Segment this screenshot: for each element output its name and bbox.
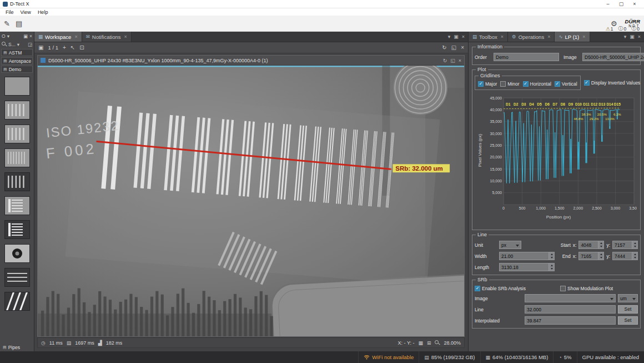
unit-select[interactable]: px xyxy=(499,241,521,249)
tab-operations[interactable]: ⚙ Operations × xyxy=(508,32,555,42)
spinner-buttons[interactable] xyxy=(598,241,603,248)
search-icon[interactable] xyxy=(2,42,7,47)
thumbnail-stripes-dk[interactable] xyxy=(4,268,30,287)
svg-text:D6: D6 xyxy=(545,102,550,106)
chevron-down-icon[interactable]: ▾ xyxy=(17,42,19,47)
image-file-icon xyxy=(41,58,46,63)
width-field[interactable]: 21.00 xyxy=(499,252,555,260)
image-select[interactable]: D5000-HR_500006_UHIP 24x30 #B xyxy=(582,53,644,61)
memory-icon: ▦ xyxy=(486,355,491,360)
maximize-button[interactable]: ▢ xyxy=(615,1,628,7)
srb-line-set-button[interactable]: Set xyxy=(618,305,638,314)
thumbnail-plain[interactable] xyxy=(4,77,30,96)
thumbnail-lines[interactable] xyxy=(4,101,30,120)
tab-toolbox[interactable]: ▤ Toolbox × xyxy=(469,32,508,42)
major-gridlines-checkbox[interactable]: ✓Major xyxy=(478,81,497,87)
order-label: Order xyxy=(475,54,491,60)
image-window-titlebar[interactable]: D5000-HR_500006_UHIP 24x30 #B3E3NU_Yxlon… xyxy=(38,56,464,66)
thumbnail-lines-sm[interactable] xyxy=(4,148,30,167)
srb-image-select[interactable] xyxy=(525,294,616,302)
spinner-buttons[interactable] xyxy=(598,252,603,260)
pin-icon[interactable]: ▣ xyxy=(23,33,28,39)
srb-interpolated-field[interactable]: 39.847 xyxy=(525,316,616,325)
sidebar-header: O ▾ ▣ × xyxy=(0,32,34,40)
zoom-level[interactable]: 28.00% xyxy=(444,340,461,346)
spinner-buttons[interactable] xyxy=(549,263,554,271)
pointer-tool-icon[interactable]: ↖ xyxy=(71,45,75,51)
maximize-view-icon[interactable]: ◱ xyxy=(450,58,455,63)
tab-notifications[interactable]: ✉ Notifications × xyxy=(82,32,132,42)
minimize-button[interactable]: – xyxy=(601,1,615,7)
spinner-buttons[interactable] xyxy=(549,252,554,260)
close-tab-icon[interactable]: × xyxy=(582,34,585,39)
spinner-buttons[interactable] xyxy=(632,252,637,260)
srb-line-field[interactable]: 32.000 xyxy=(525,305,616,314)
tile-view-icon[interactable]: ⊞ xyxy=(427,340,431,346)
sidebar-item-astm[interactable]: ▤ASTM xyxy=(1,49,33,56)
menu-file[interactable]: File xyxy=(2,9,17,15)
select-rect-tool-icon[interactable]: ⊡ xyxy=(79,45,84,51)
close-icon[interactable]: × xyxy=(29,33,32,39)
start-y-field[interactable]: 7157 xyxy=(612,241,638,249)
zoom-icon[interactable] xyxy=(435,340,440,345)
srb-interpolated-set-button[interactable]: Set xyxy=(618,316,638,325)
thumbnail-comb[interactable] xyxy=(4,196,30,215)
pin-icon[interactable]: ▣ xyxy=(630,34,635,39)
thumbnail-lines-dk[interactable] xyxy=(4,172,30,191)
svg-text:D13: D13 xyxy=(598,102,605,106)
refresh-icon[interactable]: ↻ xyxy=(443,58,447,63)
close-tab-icon[interactable]: × xyxy=(124,34,127,39)
order-field[interactable]: Demo xyxy=(494,53,559,61)
sidebar-item-demo[interactable]: ▤Demo xyxy=(1,66,33,73)
menu-help[interactable]: Help xyxy=(34,9,52,15)
report-icon[interactable]: ✎ xyxy=(4,20,10,27)
chevron-down-icon[interactable]: ▾ xyxy=(448,34,451,39)
horizontal-gridlines-checkbox[interactable]: ✓Horizontal xyxy=(523,81,551,87)
close-tab-icon[interactable]: × xyxy=(547,34,550,39)
show-modulation-checkbox[interactable]: Show Modulation Plot xyxy=(560,286,613,291)
close-icon[interactable]: × xyxy=(462,34,465,39)
grid-overlay-icon[interactable]: ▦ xyxy=(418,340,423,346)
export-image-icon[interactable]: ▤ xyxy=(16,20,22,27)
image-viewer[interactable]: ISO 19232 F 002 SRb: 32.000 um xyxy=(38,66,464,336)
menu-view[interactable]: View xyxy=(17,9,34,15)
search-label[interactable]: S... xyxy=(8,42,16,47)
enable-srb-checkbox[interactable]: ✓Enable SRb Analysis xyxy=(475,286,558,291)
notifications-icon: ✉ xyxy=(86,34,90,39)
xray-image[interactable]: ISO 19232 F 002 SRb: 32.000 um xyxy=(38,66,464,336)
close-tab-icon[interactable]: × xyxy=(501,34,504,39)
warning-icon[interactable]: ⚠1 xyxy=(606,26,613,32)
spinner-buttons[interactable] xyxy=(632,241,637,248)
line-profile-chart[interactable]: 5,00010,00015,00020,00025,00030,00035,00… xyxy=(480,95,637,215)
expand-icon[interactable]: ◲ xyxy=(28,42,32,47)
close-tab-icon[interactable]: × xyxy=(74,34,77,39)
display-inverted-checkbox[interactable]: ✓Display Inverted Values xyxy=(584,80,641,86)
length-field[interactable]: 3130.18 xyxy=(499,263,555,271)
vertical-gridlines-checkbox[interactable]: ✓Vertical xyxy=(555,81,577,87)
chevron-down-icon[interactable]: ▾ xyxy=(624,34,627,39)
thumbnail-comb-dk[interactable] xyxy=(4,220,30,239)
image-icon[interactable]: ▣ xyxy=(38,45,43,51)
pin-icon[interactable]: ▣ xyxy=(454,34,459,39)
close-icon[interactable]: × xyxy=(461,45,464,51)
chevron-down-icon[interactable]: ▾ xyxy=(7,33,9,39)
tab-lp[interactable]: ∿ LP (1) × xyxy=(555,32,590,42)
start-x-field[interactable]: 4048 xyxy=(578,241,604,249)
sidebar-item-aerospace[interactable]: ▤Aerospace xyxy=(1,57,33,64)
end-x-field[interactable]: 7165 xyxy=(578,252,604,260)
end-y-field[interactable]: 7444 xyxy=(612,252,638,260)
thumbnail-disc[interactable] xyxy=(4,244,30,263)
time-render: 182 ms xyxy=(106,340,123,346)
tab-workspace[interactable]: ▦ Workspace × xyxy=(34,32,82,42)
srb-unit-select[interactable]: um xyxy=(618,294,638,302)
sidebar-item-pipes[interactable]: ▤ Pipes xyxy=(0,343,34,351)
close-icon[interactable]: × xyxy=(459,58,461,63)
close-icon[interactable]: × xyxy=(638,34,641,39)
maximize-view-icon[interactable]: ◱ xyxy=(451,45,456,51)
thumbnail-lines[interactable] xyxy=(4,125,30,143)
zoom-in-button[interactable]: + xyxy=(63,45,66,51)
close-button[interactable]: × xyxy=(628,1,641,7)
minor-gridlines-checkbox[interactable]: Minor xyxy=(500,81,519,87)
thumbnail-diag-dk[interactable] xyxy=(4,292,30,311)
refresh-icon[interactable]: ↻ xyxy=(442,45,446,51)
